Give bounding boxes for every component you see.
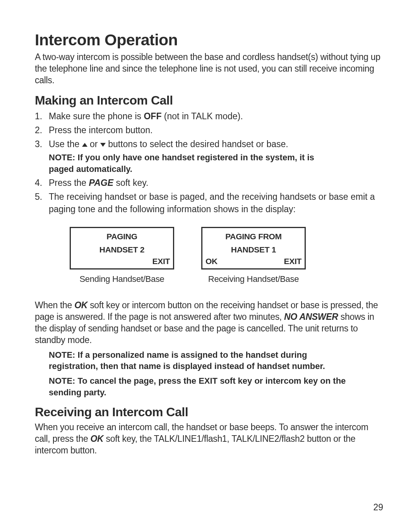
receiving-paragraph: When you receive an intercom call, the h… (35, 422, 383, 456)
steps-list-cont: 4. Press the PAGE soft key. 5. The recei… (35, 177, 383, 216)
section-making-call: Making an Intercom Call (35, 93, 383, 108)
lcd-softkey-ok: OK (206, 257, 218, 266)
lcd-softkey-exit: EXIT (284, 257, 302, 266)
step-5: 5. The receiving handset or base is page… (35, 190, 383, 215)
lcd-line-1: PAGING (71, 232, 173, 241)
lcd-caption-sending: Sending Handset/Base (79, 274, 164, 284)
steps-list: 1. Make sure the phone is OFF (not in TA… (35, 110, 383, 151)
step-number: 2. (35, 124, 49, 136)
step-body: Press the intercom button. (49, 124, 383, 136)
step-2: 2. Press the intercom button. (35, 124, 383, 136)
lcd-line-2: HANDSET 1 (202, 245, 305, 254)
answer-paragraph: When the OK soft key or intercom button … (35, 300, 383, 346)
lcd-sending: PAGING HANDSET 2 EXIT (70, 227, 174, 269)
step-3: 3. Use the or buttons to select the desi… (35, 138, 383, 150)
step-body: Press the PAGE soft key. (49, 177, 383, 189)
up-arrow-icon (82, 143, 87, 147)
step-number: 5. (35, 190, 49, 215)
down-arrow-icon (100, 143, 106, 147)
note-auto-page: NOTE: If you only have one handset regis… (35, 152, 383, 175)
lcd-line-2: HANDSET 2 (71, 245, 173, 254)
step-number: 4. (35, 177, 49, 189)
section-receiving-call: Receiving an Intercom Call (35, 405, 383, 419)
lcd-sending-col: PAGING HANDSET 2 EXIT Sending Handset/Ba… (70, 227, 174, 284)
step-1: 1. Make sure the phone is OFF (not in TA… (35, 110, 383, 122)
lcd-caption-receiving: Receiving Handset/Base (208, 274, 299, 284)
note-personalized-name: NOTE: If a personalized name is assigned… (35, 349, 383, 372)
lcd-receiving-col: PAGING FROM HANDSET 1 OK EXIT Receiving … (201, 227, 306, 284)
step-body: The receiving handset or base is paged, … (49, 190, 383, 215)
lcd-illustrations: PAGING HANDSET 2 EXIT Sending Handset/Ba… (70, 227, 383, 284)
intro-paragraph: A two-way intercom is possible between t… (35, 51, 383, 86)
lcd-line-1: PAGING FROM (202, 232, 305, 241)
step-number: 1. (35, 110, 49, 122)
step-4: 4. Press the PAGE soft key. (35, 177, 383, 189)
page-number: 29 (373, 502, 383, 513)
lcd-softkey-exit: EXIT (152, 257, 170, 266)
note-cancel-page: NOTE: To cancel the page, press the EXIT… (35, 375, 383, 398)
step-body: Make sure the phone is OFF (not in TALK … (49, 110, 383, 122)
manual-page: Intercom Operation A two-way intercom is… (0, 0, 418, 532)
step-number: 3. (35, 138, 49, 150)
lcd-receiving: PAGING FROM HANDSET 1 OK EXIT (201, 227, 306, 269)
step-body: Use the or buttons to select the desired… (49, 138, 383, 150)
page-title: Intercom Operation (35, 31, 383, 49)
